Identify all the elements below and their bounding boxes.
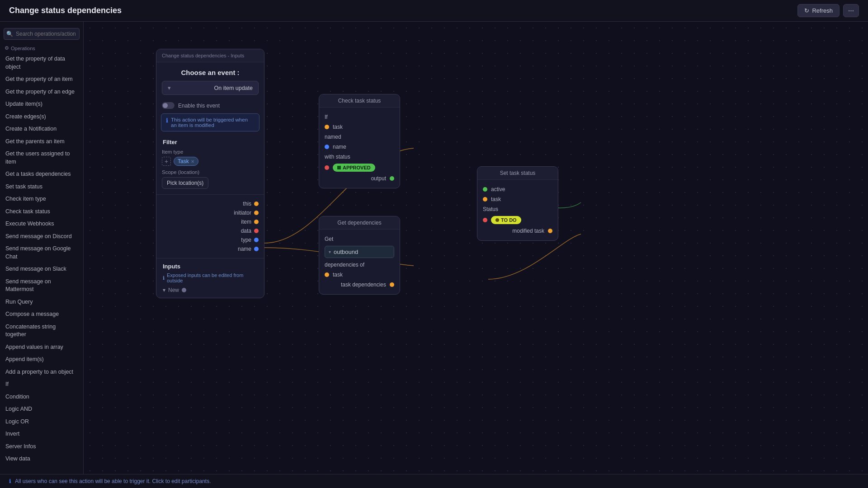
sidebar-item-get-property-data[interactable]: Get the property of data object: [0, 53, 83, 73]
ops-icon: ⚙: [5, 45, 9, 51]
output-row-item: item: [162, 217, 259, 226]
refresh-icon: ↻: [804, 7, 809, 14]
set-status-label-row: Status: [483, 204, 552, 214]
sidebar-item-send-discord[interactable]: Send message on Discord: [0, 230, 83, 243]
sidebar-item-view-data[interactable]: View data: [0, 453, 83, 465]
get-deps-node[interactable]: Get dependencies Get ▾ outbound dependen…: [319, 216, 400, 295]
search-icon: 🔍: [6, 31, 13, 37]
initiator-label: initiator: [234, 210, 251, 216]
inputs-panel-title: Choose an event :: [156, 62, 264, 81]
this-dot: [254, 202, 259, 206]
sidebar-item-check-task-status[interactable]: Check task status: [0, 206, 83, 218]
filter-label: Filter: [156, 137, 264, 149]
scope-label: Scope (location): [162, 169, 259, 175]
search-input[interactable]: [4, 28, 80, 40]
type-dot: [254, 238, 259, 242]
type-label: type: [241, 237, 251, 243]
task-tag: Task ✕: [174, 157, 198, 166]
sidebar-item-send-google-chat[interactable]: Send message on Google Chat: [0, 243, 83, 263]
sidebar-item-get-users-assigned[interactable]: Get the users assigned to item: [0, 148, 83, 168]
sidebar-item-concat-string[interactable]: Concatenates string together: [0, 321, 83, 341]
sidebar-item-check-item-type[interactable]: Check item type: [0, 193, 83, 206]
active-row: active: [483, 184, 552, 194]
active-dot: [483, 187, 487, 192]
sidebar-item-get-parents[interactable]: Get the parents an item: [0, 136, 83, 148]
sidebar-item-get-task-deps[interactable]: Get a tasks dependencies: [0, 168, 83, 181]
initiator-dot: [254, 211, 259, 215]
item-type-row: Item type + Task ✕: [156, 149, 264, 169]
check-output-row: output: [325, 174, 394, 183]
inputs-panel-header: Change status dependencies - Inputs: [156, 49, 264, 62]
task-deps-output-row: task dependencies: [325, 280, 394, 290]
sidebar-item-create-notification[interactable]: Create a Notification: [0, 123, 83, 136]
inputs-sub-title: Inputs: [163, 263, 258, 270]
sidebar-item-create-edges[interactable]: Create edges(s): [0, 111, 83, 123]
check-named-row: named: [325, 132, 394, 142]
set-task-header: Set task status: [477, 167, 558, 180]
sidebar-item-run-query[interactable]: Run Query: [0, 296, 83, 309]
pick-location-button[interactable]: Pick location(s): [162, 177, 208, 189]
add-item-type-button[interactable]: +: [162, 157, 171, 166]
sidebar-item-update-item[interactable]: Update item(s): [0, 98, 83, 111]
sidebar-item-if[interactable]: If: [0, 378, 83, 391]
sidebar: 🔍 ⚙ Operations Get the property of data …: [0, 22, 84, 474]
set-task-node[interactable]: Set task status active task Status: [477, 166, 558, 241]
get-row: Get: [325, 234, 394, 244]
modified-dot: [548, 229, 552, 233]
sidebar-item-append-array[interactable]: Append values in array: [0, 341, 83, 354]
sidebar-item-logic-and[interactable]: Logic AND: [0, 403, 83, 416]
get-deps-body: Get ▾ outbound dependencies of task task…: [319, 230, 400, 294]
item-label: item: [241, 219, 251, 225]
check-status-value-row: APPROVED: [325, 162, 394, 174]
scope-row: Scope (location) Pick location(s): [156, 169, 264, 194]
sidebar-item-append-items[interactable]: Append item(s): [0, 353, 83, 366]
new-arrow: ▾: [163, 287, 165, 293]
sidebar-item-execute-webhooks[interactable]: Execute Webhooks: [0, 218, 83, 230]
check-status-row: with status: [325, 152, 394, 162]
check-task-node[interactable]: Check task status If task named name wit: [319, 94, 400, 188]
more-options-button[interactable]: ⋯: [843, 4, 859, 17]
sidebar-item-logic-or[interactable]: Logic OR: [0, 416, 83, 428]
direction-select[interactable]: ▾ outbound: [325, 246, 394, 258]
page-title: Change status dependencies: [9, 6, 122, 15]
sidebar-item-add-property[interactable]: Add a property to an object: [0, 366, 83, 379]
bottom-bar: ℹ All users who can see this action will…: [0, 474, 868, 488]
this-label: this: [243, 201, 251, 207]
event-dropdown[interactable]: ▾ On item update: [162, 81, 259, 95]
sidebar-item-send-slack[interactable]: Send message on Slack: [0, 263, 83, 276]
check-if-row: If: [325, 112, 394, 122]
task-deps-dot: [390, 282, 394, 287]
set-task-dot: [483, 197, 487, 202]
name-dot: [254, 247, 259, 251]
sidebar-item-get-property-item[interactable]: Get the property of an item: [0, 73, 83, 86]
sidebar-item-set-task-status[interactable]: Set task status: [0, 181, 83, 193]
canvas[interactable]: Change status dependencies - Inputs Choo…: [84, 22, 868, 474]
bottom-info-icon: ℹ: [9, 478, 11, 484]
sidebar-item-get-property-edge[interactable]: Get the property of an edge: [0, 86, 83, 99]
sidebar-item-send-mattermost[interactable]: Send message on Mattermost: [0, 276, 83, 296]
check-task-row: task: [325, 122, 394, 132]
data-label: data: [241, 228, 251, 234]
app-header: Change status dependencies ↻ Refresh ⋯: [0, 0, 868, 22]
more-icon: ⋯: [848, 7, 854, 14]
tag-row: + Task ✕: [162, 157, 259, 166]
info-icon: ℹ: [166, 117, 168, 124]
sidebar-item-server-infos[interactable]: Server Infos: [0, 441, 83, 453]
remove-tag-button[interactable]: ✕: [191, 159, 194, 164]
name-dot2: [325, 145, 329, 149]
task-dot: [325, 125, 329, 129]
data-dot: [254, 229, 259, 233]
check-task-header: Check task status: [319, 94, 400, 108]
output-dot: [390, 176, 394, 181]
deps-of-row: dependencies of: [325, 260, 394, 270]
sidebar-item-invert[interactable]: Invert: [0, 428, 83, 441]
info-box: ℹ This action will be triggered when an …: [161, 113, 259, 131]
get-deps-header: Get dependencies: [319, 216, 400, 230]
enable-toggle[interactable]: [162, 102, 175, 109]
sidebar-item-compose-message[interactable]: Compose a message: [0, 308, 83, 321]
output-row-this: this: [162, 199, 259, 208]
new-row: ▾ New: [163, 287, 258, 293]
refresh-button[interactable]: ↻ Refresh: [797, 4, 840, 17]
sidebar-item-condition[interactable]: Condition: [0, 391, 83, 404]
item-type-label: Item type: [162, 149, 259, 155]
